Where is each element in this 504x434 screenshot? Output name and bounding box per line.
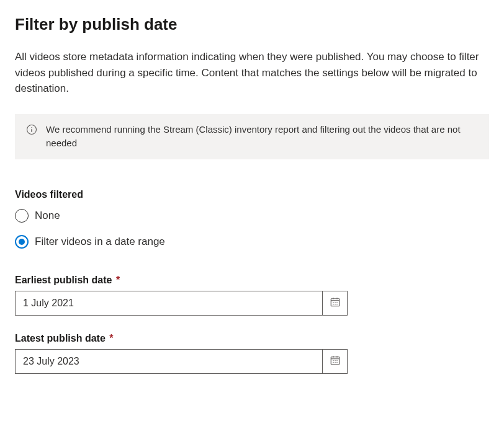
latest-date-label: Latest publish date * <box>15 333 489 344</box>
page-description: All videos store metadata information in… <box>15 49 489 97</box>
radio-label-range: Filter videos in a date range <box>35 236 165 248</box>
radio-dot <box>19 239 25 245</box>
radio-option-range[interactable]: Filter videos in a date range <box>15 235 489 249</box>
latest-date-input[interactable] <box>16 350 322 373</box>
required-mark: * <box>113 275 120 285</box>
earliest-date-picker-button[interactable] <box>322 291 347 315</box>
calendar-icon <box>330 296 341 309</box>
earliest-date-input[interactable] <box>16 291 322 315</box>
required-mark: * <box>107 333 114 343</box>
earliest-date-input-wrapper <box>15 291 348 316</box>
earliest-date-field: Earliest publish date * <box>15 275 489 316</box>
info-icon <box>26 124 37 135</box>
latest-date-field: Latest publish date * <box>15 333 489 374</box>
earliest-date-label: Earliest publish date * <box>15 275 489 286</box>
latest-date-input-wrapper <box>15 349 348 374</box>
radio-option-none[interactable]: None <box>15 209 489 223</box>
info-banner: We recommend running the Stream (Classic… <box>15 114 489 159</box>
page-title: Filter by publish date <box>15 15 489 34</box>
radio-circle-none <box>15 209 29 223</box>
latest-date-picker-button[interactable] <box>322 350 347 373</box>
svg-point-2 <box>31 126 32 128</box>
filter-radio-group: None Filter videos in a date range <box>15 209 489 249</box>
radio-label-none: None <box>35 210 60 222</box>
radio-circle-range <box>15 235 29 249</box>
filter-section-label: Videos filtered <box>15 189 489 200</box>
calendar-icon <box>330 355 341 368</box>
info-text: We recommend running the Stream (Classic… <box>46 123 478 151</box>
